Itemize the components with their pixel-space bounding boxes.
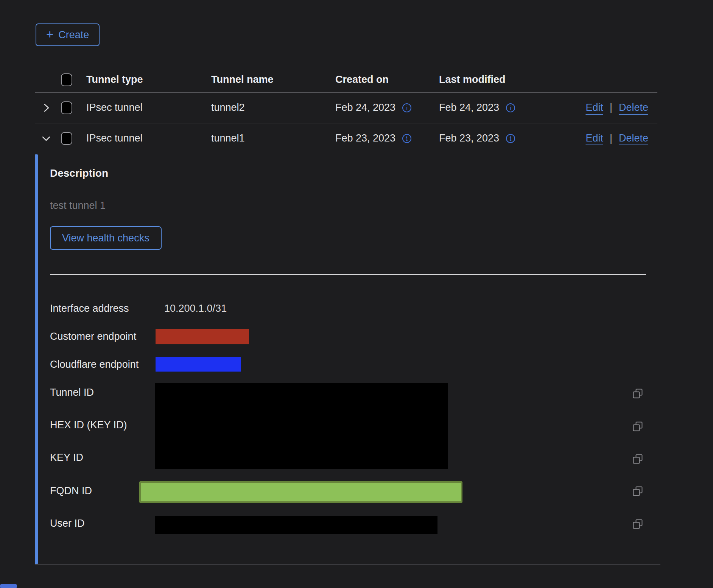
field-label-key-id: KEY ID xyxy=(50,452,83,464)
select-all-checkbox[interactable] xyxy=(61,73,72,86)
create-button-label: Create xyxy=(58,29,89,41)
copy-icon[interactable] xyxy=(631,485,644,498)
edit-link[interactable]: Edit xyxy=(585,132,603,144)
tunnel-detail-panel: Description test tunnel 1 View health ch… xyxy=(35,154,663,565)
tunnel-name: tunnel1 xyxy=(211,123,245,154)
last-modified-value: Feb 23, 2023 xyxy=(439,132,499,144)
field-value-interface-address: 10.200.1.0/31 xyxy=(164,303,227,314)
redacted-user-id xyxy=(155,516,437,534)
separator: | xyxy=(610,132,612,144)
redacted-cloudflare-endpoint xyxy=(156,357,241,372)
column-header-created-on: Created on xyxy=(335,67,389,92)
info-icon[interactable]: i xyxy=(402,134,412,143)
edit-link[interactable]: Edit xyxy=(585,102,603,114)
section-divider xyxy=(50,274,646,275)
tunnel-type: IPsec tunnel xyxy=(86,92,143,123)
last-modified-value: Feb 24, 2023 xyxy=(439,102,499,114)
field-label-customer-endpoint: Customer endpoint xyxy=(50,331,136,342)
plus-icon: + xyxy=(46,28,53,40)
create-button[interactable]: + Create xyxy=(36,23,100,46)
svg-text:i: i xyxy=(406,135,408,142)
expand-chevron-right-icon[interactable] xyxy=(38,92,54,123)
row-checkbox[interactable] xyxy=(61,101,72,114)
row-checkbox[interactable] xyxy=(61,132,72,145)
field-label-user-id: User ID xyxy=(50,518,85,529)
horizontal-scrollbar-thumb[interactable] xyxy=(0,584,17,588)
panel-bottom-divider xyxy=(35,564,660,565)
field-label-fqdn-id: FQDN ID xyxy=(50,485,92,497)
redacted-id-block xyxy=(155,383,448,469)
field-label-tunnel-id: Tunnel ID xyxy=(50,387,94,398)
svg-text:i: i xyxy=(406,104,408,112)
delete-link[interactable]: Delete xyxy=(619,102,648,114)
info-icon[interactable]: i xyxy=(506,103,515,113)
redacted-fqdn-id xyxy=(139,481,462,503)
copy-icon[interactable] xyxy=(631,387,644,400)
column-header-last-modified: Last modified xyxy=(439,67,506,92)
table-header: Tunnel type Tunnel name Created on Last … xyxy=(35,67,657,92)
table-row: IPsec tunnel tunnel1 Feb 23, 2023 i Feb … xyxy=(35,123,657,154)
tunnel-type: IPsec tunnel xyxy=(86,123,143,154)
created-on-value: Feb 23, 2023 xyxy=(335,132,395,144)
info-icon[interactable]: i xyxy=(506,134,515,143)
field-label-hex-id: HEX ID (KEY ID) xyxy=(50,419,127,431)
copy-icon[interactable] xyxy=(631,518,644,531)
info-icon[interactable]: i xyxy=(402,103,412,113)
view-health-checks-button[interactable]: View health checks xyxy=(50,226,162,250)
created-on-value: Feb 24, 2023 xyxy=(335,102,395,114)
expanded-row-accent-bar xyxy=(35,154,38,564)
svg-text:i: i xyxy=(510,135,512,142)
tunnel-name: tunnel2 xyxy=(211,92,245,123)
svg-text:i: i xyxy=(510,104,512,112)
description-label: Description xyxy=(50,167,108,179)
column-header-tunnel-name: Tunnel name xyxy=(211,67,274,92)
description-value: test tunnel 1 xyxy=(50,200,106,212)
field-label-interface-address: Interface address xyxy=(50,303,129,314)
delete-link[interactable]: Delete xyxy=(619,132,648,144)
table-row: IPsec tunnel tunnel2 Feb 24, 2023 i Feb … xyxy=(35,92,657,123)
copy-icon[interactable] xyxy=(631,453,644,466)
field-label-cloudflare-endpoint: Cloudflare endpoint xyxy=(50,359,139,370)
tunnels-page: + Create Tunnel type Tunnel name Created… xyxy=(0,0,713,588)
redacted-customer-endpoint xyxy=(156,329,249,344)
copy-icon[interactable] xyxy=(631,420,644,433)
separator: | xyxy=(610,102,612,114)
collapse-chevron-down-icon[interactable] xyxy=(38,123,54,154)
column-header-tunnel-type: Tunnel type xyxy=(86,67,143,92)
